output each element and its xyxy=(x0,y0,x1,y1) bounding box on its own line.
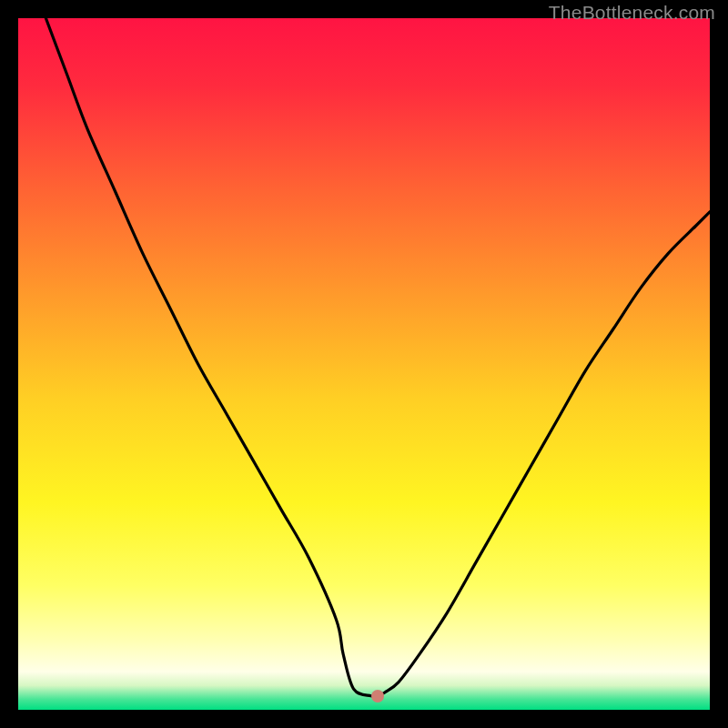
chart-svg xyxy=(18,18,710,710)
chart-container: TheBottleneck.com xyxy=(0,0,728,728)
gradient-background xyxy=(18,18,710,710)
plot-area xyxy=(18,18,710,710)
optimal-marker-dot xyxy=(371,690,384,703)
watermark-text: TheBottleneck.com xyxy=(549,2,715,24)
